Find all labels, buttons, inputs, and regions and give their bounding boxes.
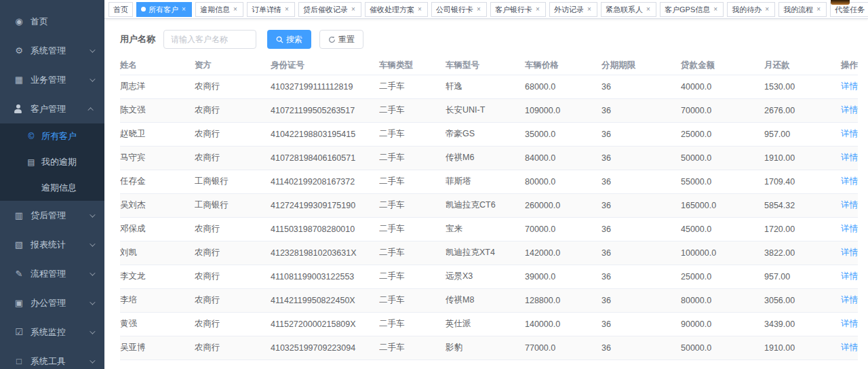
cell-vehicle_type: 二手车	[379, 146, 446, 170]
search-icon	[276, 36, 283, 43]
cell-funder: 农商行	[195, 122, 271, 146]
detail-link[interactable]: 详情	[841, 176, 858, 186]
cell-partial	[379, 360, 446, 369]
sidebar-item-label: 业务管理	[31, 74, 90, 86]
close-icon[interactable]: ×	[475, 3, 482, 16]
sidebar-item-0[interactable]: ◉首页	[0, 7, 104, 36]
tab-10[interactable]: 客户GPS信息×	[660, 2, 724, 17]
cell-action: 详情	[839, 193, 858, 217]
cell-name: 赵晓卫	[120, 122, 195, 146]
cell-funder: 农商行	[195, 98, 271, 122]
sidebar-subitem-0[interactable]: ©所有客户	[0, 123, 104, 149]
cell-action: 详情	[839, 241, 858, 265]
tab-label: 外访记录	[554, 3, 584, 16]
detail-link[interactable]: 详情	[841, 153, 858, 162]
detail-link[interactable]: 详情	[841, 200, 858, 210]
cell-name: 周志洋	[120, 75, 195, 98]
sidebar-item-8[interactable]: ☑系统监控	[0, 317, 104, 347]
close-icon[interactable]: ×	[232, 3, 239, 16]
detail-link[interactable]: 详情	[841, 343, 858, 352]
avatar-fragment	[831, 0, 850, 5]
tab-label: 客户GPS信息	[665, 3, 710, 16]
tab-7[interactable]: 客户银行卡×	[490, 2, 546, 17]
table-row: 吴亚博农商行410325199709223094二手车影豹77000.03650…	[120, 336, 858, 360]
chevron-down-icon	[90, 241, 95, 246]
search-row: 用户名称 搜索 重置	[120, 29, 868, 50]
detail-link[interactable]: 详情	[841, 81, 858, 91]
sidebar-item-label: 系统管理	[31, 45, 90, 57]
sidebar-item-7[interactable]: ▣办公管理	[0, 288, 104, 317]
sidebar-item-9[interactable]: □系统工具	[0, 347, 104, 369]
sidebar-item-3[interactable]: 客户管理	[0, 94, 104, 123]
tab-5[interactable]: 催收处理方案×	[365, 2, 428, 17]
search-button[interactable]: 搜索	[267, 30, 311, 49]
close-icon[interactable]: ×	[534, 3, 541, 16]
cell-vehicle_type: 二手车	[379, 288, 446, 312]
cell-vehicle_price: 39000.0	[525, 265, 601, 288]
tab-11[interactable]: 我的待办×	[727, 2, 775, 17]
sidebar-item-2[interactable]: ▦业务管理	[0, 65, 104, 94]
cell-loan_amount: 55000.0	[681, 170, 764, 193]
close-icon[interactable]: ×	[764, 3, 770, 16]
cell-loan_amount: 90000.0	[681, 312, 764, 336]
grid-icon: ▦	[14, 75, 24, 85]
tab-12[interactable]: 我的流程×	[778, 2, 827, 17]
close-icon[interactable]: ×	[815, 3, 822, 16]
detail-link[interactable]: 详情	[841, 224, 858, 233]
detail-link[interactable]: 详情	[841, 129, 858, 138]
tab-6[interactable]: 公司银行卡×	[431, 2, 487, 17]
detail-link[interactable]: 详情	[841, 248, 858, 257]
cell-term: 36	[601, 336, 681, 360]
tab-0[interactable]: 首页	[108, 2, 133, 17]
tabs-bar: 首页所有客户×逾期信息×订单详情×贷后催收记录×催收处理方案×公司银行卡×客户银…	[104, 0, 868, 19]
chevron-down-icon	[90, 270, 95, 275]
table-body: 周志洋农商行410327199111112819二手车轩逸68000.03640…	[120, 75, 858, 369]
chevron-down-icon	[90, 328, 95, 334]
detail-link[interactable]: 详情	[841, 295, 858, 305]
cell-vehicle_price: 68000.0	[525, 75, 601, 98]
cell-id_number: 410325199709223094	[271, 336, 379, 360]
table-row-partial	[120, 360, 858, 369]
search-input[interactable]	[163, 30, 256, 49]
detail-link[interactable]: 详情	[841, 271, 858, 281]
sidebar-item-4[interactable]: ▥贷后管理	[0, 201, 104, 230]
close-icon[interactable]: ×	[350, 3, 357, 16]
cell-id_number: 412724199309175190	[271, 193, 379, 217]
close-icon[interactable]: ×	[416, 3, 423, 16]
cell-name: 李文龙	[120, 265, 195, 288]
cell-term: 36	[601, 288, 681, 312]
close-icon[interactable]: ×	[283, 3, 290, 16]
chevron-down-icon	[90, 357, 95, 363]
tab-3[interactable]: 订单详情×	[247, 2, 295, 17]
sidebar-subitem-1[interactable]: ▤我的逾期	[0, 149, 104, 175]
cell-vehicle_price: 84000.0	[525, 146, 601, 170]
close-icon[interactable]: ×	[586, 3, 593, 16]
sidebar: ◉首页⚙系统管理▦业务管理客户管理©所有客户▤我的逾期逾期信息▥贷后管理▧报表统…	[0, 0, 104, 369]
tab-label: 我的待办	[732, 3, 762, 16]
sidebar-item-1[interactable]: ⚙系统管理	[0, 36, 104, 65]
sidebar-item-5[interactable]: ▧报表统计	[0, 230, 104, 259]
table-row: 吴刘杰工商银行412724199309175190二手车凯迪拉克CT626000…	[120, 193, 858, 217]
detail-link[interactable]: 详情	[841, 105, 858, 115]
cell-vehicle_price: 109000.0	[525, 98, 601, 122]
tab-1[interactable]: 所有客户×	[136, 2, 192, 17]
column-header-action: 操作	[839, 56, 858, 75]
close-icon[interactable]: ×	[180, 3, 187, 16]
sidebar-item-label: 办公管理	[31, 297, 90, 309]
tab-9[interactable]: 紧急联系人×	[601, 2, 656, 17]
tab-8[interactable]: 外访记录×	[549, 2, 597, 17]
sidebar-item-6[interactable]: ✎流程管理	[0, 259, 104, 288]
tab-4[interactable]: 贷后催收记录×	[298, 2, 361, 17]
table-row: 赵晓卫农商行410422198803195415二手车帝豪GS35000.036…	[120, 122, 858, 146]
reset-button[interactable]: 重置	[319, 30, 363, 49]
cell-term: 36	[601, 217, 681, 241]
tab-2[interactable]: 逾期信息×	[195, 2, 243, 17]
close-icon[interactable]: ×	[645, 3, 652, 16]
cell-id_number: 411081199003122553	[271, 265, 379, 288]
close-icon[interactable]: ×	[712, 3, 719, 16]
tab-label: 催收处理方案	[370, 3, 414, 16]
sidebar-item-label: 系统工具	[31, 355, 90, 368]
sidebar-subitem-2[interactable]: 逾期信息	[0, 175, 104, 201]
detail-link[interactable]: 详情	[841, 319, 858, 328]
cell-loan_amount: 100000.0	[681, 241, 764, 265]
